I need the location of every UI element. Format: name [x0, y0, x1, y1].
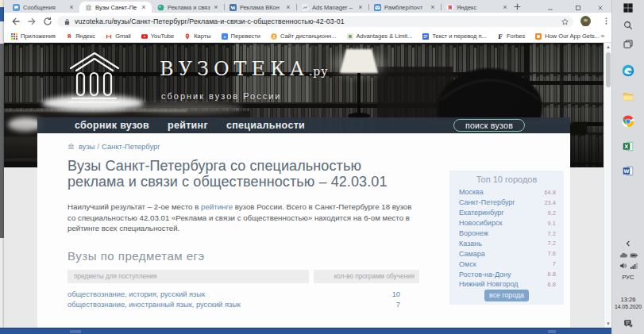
- tab-close-icon[interactable]: ×: [140, 3, 148, 11]
- city-link[interactable]: Казань: [459, 240, 548, 248]
- battery-icon[interactable]: [630, 251, 638, 259]
- clock-time[interactable]: 13:26: [612, 296, 644, 303]
- tab-title: Вузы Санкт-Пе: [95, 4, 140, 11]
- kebab-icon[interactable]: [602, 17, 611, 25]
- star-icon[interactable]: [561, 18, 569, 25]
- reload-icon[interactable]: [43, 17, 52, 26]
- city-link[interactable]: Самара: [459, 250, 548, 258]
- window-control-button[interactable]: [596, 0, 604, 11]
- city-value: 9.2: [548, 209, 556, 217]
- bookmark-item[interactable]: YouTube: [141, 33, 174, 40]
- scrollbar-down-icon[interactable]: ▼: [604, 320, 611, 328]
- file-explorer-icon[interactable]: [623, 91, 634, 102]
- tab-separator: [441, 4, 442, 10]
- plus-icon[interactable]: [513, 2, 522, 11]
- city-link[interactable]: Нижний Новгород: [459, 280, 548, 288]
- city-link[interactable]: Новосибирск: [459, 219, 548, 227]
- bookmark-item[interactable]: Приложения: [11, 33, 56, 40]
- browser-tab[interactable]: Ads Manager – ×: [296, 2, 368, 13]
- browser-tab[interactable]: Реклама и связ ×: [152, 2, 224, 13]
- action-center-icon[interactable]: 2: [624, 319, 633, 328]
- word-icon[interactable]: W: [623, 166, 634, 176]
- bookmark-item[interactable]: Карты: [184, 33, 210, 40]
- tab-close-icon[interactable]: ×: [357, 3, 364, 11]
- building-small-icon: [67, 143, 75, 150]
- bookmark-label: Приложения: [21, 33, 56, 40]
- tab-close-icon[interactable]: ×: [67, 3, 75, 11]
- search-icon[interactable]: [623, 21, 633, 30]
- bookmark-item[interactable]: Сайт дистанционн...: [271, 33, 337, 40]
- logo-building-icon: [66, 48, 123, 104]
- site-nav-link[interactable]: сборник вузов: [75, 120, 149, 131]
- all-cities-button[interactable]: все города: [484, 290, 529, 301]
- url-text[interactable]: vuzoteka.ru/вузы/Санкт-Петербург/Реклама…: [75, 17, 345, 25]
- tab-close-icon[interactable]: ×: [429, 3, 437, 11]
- browser-tab[interactable]: Реклама ВКон ×: [224, 2, 296, 13]
- city-link[interactable]: Санкт-Петербург: [459, 198, 544, 206]
- volume-icon[interactable]: [619, 262, 627, 270]
- subjects-link[interactable]: обществознание, иностранный язык, русски…: [67, 301, 396, 309]
- table-header-subjects: предметы для поступления: [67, 270, 309, 283]
- city-link[interactable]: Омск: [459, 260, 553, 268]
- scrollbar-thumb[interactable]: [606, 52, 611, 87]
- bookmark-item[interactable]: How Our App Gets...: [535, 33, 600, 40]
- tab-close-icon[interactable]: ×: [501, 3, 509, 11]
- browser-tab[interactable]: Я Яндекс ×: [441, 2, 513, 13]
- city-link[interactable]: Ростов-на-Дону: [459, 271, 548, 278]
- edge-icon[interactable]: [622, 64, 634, 77]
- bookmark-item[interactable]: а Перевести: [222, 33, 260, 40]
- forward-icon[interactable]: [27, 17, 37, 26]
- city-link[interactable]: Екатеринбург: [459, 209, 548, 217]
- subjects-link[interactable]: обществознание, история, русский язык: [67, 290, 392, 298]
- program-count: 10: [392, 290, 419, 298]
- avatar-icon[interactable]: [580, 16, 591, 26]
- distance-site-icon: [271, 33, 277, 40]
- tab-close-icon[interactable]: ×: [284, 3, 292, 11]
- youtube-icon: [141, 33, 148, 40]
- language-indicator[interactable]: РУС: [612, 274, 644, 281]
- scrollbar-up-icon[interactable]: ▲: [604, 43, 611, 51]
- city-row: Воронеж 7.2: [449, 228, 564, 239]
- network-icon[interactable]: [630, 262, 638, 270]
- chrome-icon[interactable]: [622, 115, 634, 128]
- bookmark-item[interactable]: Текст и перевод п...: [422, 33, 487, 40]
- tab-title: Ads Manager –: [312, 4, 357, 11]
- tab-title: Яндекс: [457, 4, 501, 11]
- site-search-button[interactable]: поиск вузов: [453, 119, 525, 132]
- city-value: 7: [553, 260, 556, 267]
- tab-close-icon[interactable]: ×: [212, 3, 220, 11]
- bookmark-item[interactable]: F Forbes: [497, 33, 525, 40]
- tray-row-1: [612, 251, 644, 259]
- window-control-button[interactable]: [546, 0, 554, 11]
- rating-link[interactable]: рейтинге: [201, 202, 233, 211]
- city-link[interactable]: Москва: [459, 188, 544, 196]
- bookmark-item[interactable]: Advantages & Limit...: [347, 33, 413, 40]
- back-icon[interactable]: [11, 17, 21, 26]
- windows-start-icon[interactable]: [623, 3, 633, 13]
- excel-icon[interactable]: X: [623, 141, 634, 152]
- chevron-left-icon[interactable]: [625, 240, 631, 247]
- browser-tab[interactable]: Сообщения ×: [7, 2, 79, 13]
- browser-tab[interactable]: Вузы Санкт-Пе ×: [79, 2, 152, 13]
- clock-date[interactable]: 14.05.2020: [612, 304, 644, 309]
- window-control-button[interactable]: [574, 0, 582, 11]
- address-bar[interactable]: vuzoteka.ru/вузы/Санкт-Петербург/Реклама…: [57, 16, 573, 27]
- bookmark-label: YouTube: [151, 33, 174, 40]
- browser-tab[interactable]: Рамблер/почт ×: [368, 2, 441, 13]
- page-scrollbar[interactable]: ▲ ▼: [604, 43, 611, 328]
- taskbar-icons: X W: [612, 0, 644, 190]
- site-nav-link[interactable]: рейтинг: [168, 120, 208, 131]
- bookmarks-overflow-icon[interactable]: »: [598, 32, 607, 41]
- bookmark-item[interactable]: Я Яндекс: [66, 33, 95, 40]
- site-nav-link[interactable]: специальности: [226, 120, 305, 131]
- bookmark-item[interactable]: Gmail: [106, 33, 131, 40]
- site-logo[interactable]: ВУЗОТЕКА.ру сборник вузов России: [66, 47, 399, 117]
- city-link[interactable]: Воронеж: [459, 229, 548, 237]
- breadcrumb-link-vuzy[interactable]: вузы: [79, 142, 95, 151]
- bookmark-label: Перевести: [231, 33, 260, 40]
- onedrive-icon[interactable]: [619, 251, 627, 259]
- statusbar-highlight: [548, 330, 556, 333]
- task-view-icon[interactable]: [623, 40, 633, 49]
- breadcrumb-link-city[interactable]: Санкт-Петербург: [102, 142, 160, 151]
- vuzoteka-icon: [85, 4, 92, 11]
